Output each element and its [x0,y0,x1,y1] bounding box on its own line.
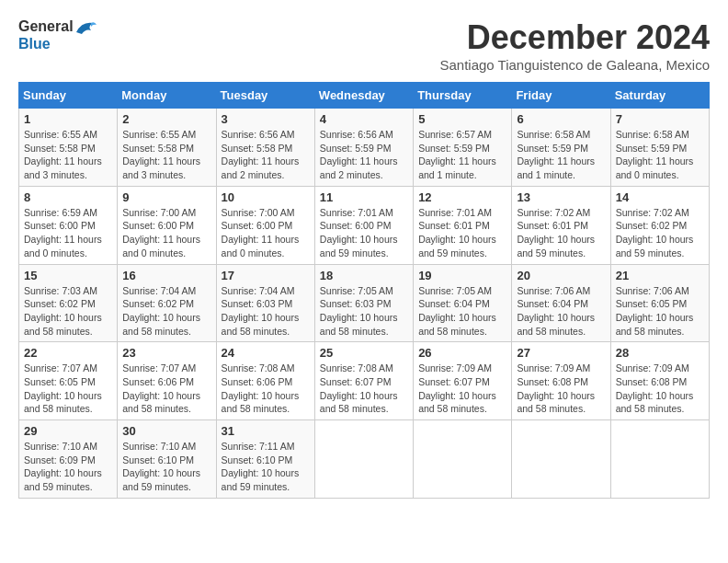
day-number: 18 [320,269,408,282]
calendar-day-cell: 6Sunrise: 6:58 AMSunset: 5:59 PMDaylight… [512,109,610,187]
calendar-day-cell: 30Sunrise: 7:10 AMSunset: 6:10 PMDayligh… [118,420,216,499]
day-number: 20 [517,269,605,282]
calendar-day-cell: 26Sunrise: 7:09 AMSunset: 6:07 PMDayligh… [414,342,512,420]
calendar-day-cell: 19Sunrise: 7:05 AMSunset: 6:04 PMDayligh… [414,264,512,342]
day-number: 6 [517,112,605,126]
day-number: 4 [320,112,408,126]
day-number: 3 [222,112,310,126]
calendar-day-cell: 9Sunrise: 7:00 AMSunset: 6:00 PMDaylight… [118,186,216,264]
day-info: Sunrise: 7:00 AMSunset: 6:00 PMDaylight:… [122,206,210,260]
day-number: 8 [24,190,112,204]
day-info: Sunrise: 7:06 AMSunset: 6:05 PMDaylight:… [616,284,704,339]
calendar-week-row: 22Sunrise: 7:07 AMSunset: 6:05 PMDayligh… [19,342,710,420]
day-info: Sunrise: 7:00 AMSunset: 6:00 PMDaylight:… [222,206,310,260]
calendar-day-cell: 20Sunrise: 7:06 AMSunset: 6:04 PMDayligh… [512,264,610,342]
day-info: Sunrise: 7:08 AMSunset: 6:07 PMDaylight:… [320,362,408,416]
calendar-day-cell: 27Sunrise: 7:09 AMSunset: 6:08 PMDayligh… [512,342,610,420]
day-number: 23 [122,346,210,360]
calendar-week-row: 8Sunrise: 6:59 AMSunset: 6:00 PMDaylight… [19,186,710,264]
day-info: Sunrise: 7:04 AMSunset: 6:02 PMDaylight:… [122,284,210,339]
day-number: 16 [122,269,210,282]
day-number: 10 [222,190,310,204]
day-number: 15 [24,269,112,282]
calendar-day-cell: 24Sunrise: 7:08 AMSunset: 6:06 PMDayligh… [216,342,314,420]
title-area: December 2024 Santiago Tianguistenco de … [439,18,710,73]
day-number: 29 [24,424,112,438]
day-number: 1 [24,112,112,126]
day-number: 11 [320,190,408,204]
day-info: Sunrise: 7:09 AMSunset: 6:08 PMDaylight:… [616,362,704,416]
month-title: December 2024 [439,18,710,57]
day-info: Sunrise: 7:09 AMSunset: 6:08 PMDaylight:… [517,362,605,416]
calendar-week-row: 1Sunrise: 6:55 AMSunset: 5:58 PMDaylight… [19,109,710,187]
day-info: Sunrise: 7:01 AMSunset: 6:01 PMDaylight:… [418,206,506,260]
calendar-day-cell: 17Sunrise: 7:04 AMSunset: 6:03 PMDayligh… [216,264,314,342]
day-number: 31 [222,424,310,438]
day-header-sunday: Sunday [19,83,118,109]
calendar-day-cell: 25Sunrise: 7:08 AMSunset: 6:07 PMDayligh… [314,342,413,420]
logo-general: General [18,18,74,34]
day-info: Sunrise: 7:09 AMSunset: 6:07 PMDaylight:… [418,362,506,416]
calendar-header-row: SundayMondayTuesdayWednesdayThursdayFrid… [19,83,710,109]
calendar-day-cell: 10Sunrise: 7:00 AMSunset: 6:00 PMDayligh… [216,186,314,264]
day-number: 21 [616,269,704,282]
day-number: 25 [320,346,408,360]
day-info: Sunrise: 7:07 AMSunset: 6:05 PMDaylight:… [24,362,112,416]
empty-cell [414,420,512,499]
day-info: Sunrise: 6:56 AMSunset: 5:59 PMDaylight:… [320,128,408,182]
day-number: 28 [616,346,704,360]
day-number: 12 [418,190,506,204]
day-header-wednesday: Wednesday [314,83,413,109]
day-header-thursday: Thursday [414,83,512,109]
day-info: Sunrise: 7:05 AMSunset: 6:03 PMDaylight:… [320,284,408,339]
day-info: Sunrise: 6:59 AMSunset: 6:00 PMDaylight:… [24,206,112,260]
empty-cell [314,420,413,499]
day-header-friday: Friday [512,83,610,109]
calendar-day-cell: 4Sunrise: 6:56 AMSunset: 5:59 PMDaylight… [314,109,413,187]
calendar-day-cell: 28Sunrise: 7:09 AMSunset: 6:08 PMDayligh… [610,342,709,420]
calendar-table: SundayMondayTuesdayWednesdayThursdayFrid… [18,82,710,499]
calendar-day-cell: 12Sunrise: 7:01 AMSunset: 6:01 PMDayligh… [414,186,512,264]
empty-cell [512,420,610,499]
calendar-day-cell: 16Sunrise: 7:04 AMSunset: 6:02 PMDayligh… [118,264,216,342]
calendar-day-cell: 29Sunrise: 7:10 AMSunset: 6:09 PMDayligh… [19,420,118,499]
calendar-day-cell: 23Sunrise: 7:07 AMSunset: 6:06 PMDayligh… [118,342,216,420]
calendar-day-cell: 1Sunrise: 6:55 AMSunset: 5:58 PMDaylight… [19,109,118,187]
day-info: Sunrise: 7:10 AMSunset: 6:09 PMDaylight:… [24,440,112,494]
day-info: Sunrise: 7:02 AMSunset: 6:01 PMDaylight:… [517,206,605,260]
day-info: Sunrise: 7:06 AMSunset: 6:04 PMDaylight:… [517,284,605,339]
day-info: Sunrise: 6:56 AMSunset: 5:58 PMDaylight:… [222,128,310,182]
day-number: 24 [222,346,310,360]
calendar-day-cell: 21Sunrise: 7:06 AMSunset: 6:05 PMDayligh… [610,264,709,342]
location-title: Santiago Tianguistenco de Galeana, Mexic… [439,57,710,73]
day-number: 14 [616,190,704,204]
calendar-day-cell: 8Sunrise: 6:59 AMSunset: 6:00 PMDaylight… [19,186,118,264]
day-number: 2 [122,112,210,126]
day-info: Sunrise: 7:08 AMSunset: 6:06 PMDaylight:… [222,362,310,416]
day-number: 27 [517,346,605,360]
day-number: 7 [616,112,704,126]
logo: General Blue [18,18,97,52]
calendar-day-cell: 15Sunrise: 7:03 AMSunset: 6:02 PMDayligh… [19,264,118,342]
day-info: Sunrise: 7:05 AMSunset: 6:04 PMDaylight:… [418,284,506,339]
calendar-day-cell: 18Sunrise: 7:05 AMSunset: 6:03 PMDayligh… [314,264,413,342]
calendar-week-row: 29Sunrise: 7:10 AMSunset: 6:09 PMDayligh… [19,420,710,499]
calendar-day-cell: 31Sunrise: 7:11 AMSunset: 6:10 PMDayligh… [216,420,314,499]
day-info: Sunrise: 6:58 AMSunset: 5:59 PMDaylight:… [616,128,704,182]
calendar-day-cell: 7Sunrise: 6:58 AMSunset: 5:59 PMDaylight… [610,109,709,187]
day-number: 5 [418,112,506,126]
calendar-day-cell: 22Sunrise: 7:07 AMSunset: 6:05 PMDayligh… [19,342,118,420]
day-number: 30 [122,424,210,438]
day-number: 17 [222,269,310,282]
day-number: 9 [122,190,210,204]
day-number: 22 [24,346,112,360]
day-info: Sunrise: 6:58 AMSunset: 5:59 PMDaylight:… [517,128,605,182]
calendar-day-cell: 14Sunrise: 7:02 AMSunset: 6:02 PMDayligh… [610,186,709,264]
day-header-tuesday: Tuesday [216,83,314,109]
day-number: 19 [418,269,506,282]
calendar-day-cell: 11Sunrise: 7:01 AMSunset: 6:00 PMDayligh… [314,186,413,264]
day-info: Sunrise: 7:11 AMSunset: 6:10 PMDaylight:… [222,440,310,494]
day-info: Sunrise: 7:10 AMSunset: 6:10 PMDaylight:… [122,440,210,494]
day-number: 13 [517,190,605,204]
logo-bird-icon [74,19,97,36]
